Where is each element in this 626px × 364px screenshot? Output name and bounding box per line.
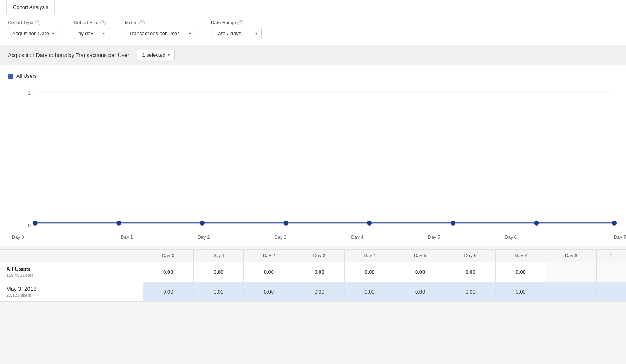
table-cell: 0.00 (193, 282, 244, 302)
table-col-day8: Day 8 (546, 250, 596, 262)
table-col-day3: Day 3 (294, 250, 345, 262)
table-cell: 0.00 (143, 282, 194, 302)
table-cell: 0.00 (344, 282, 395, 302)
x-label-0: Day 0 (12, 235, 88, 240)
cohort-analysis-tab[interactable]: Cohort Analysis (6, 0, 55, 14)
table-row-label: All Users119,455 users (0, 262, 143, 282)
table-cell: 0.00 (445, 262, 496, 282)
chart-point-1 (116, 221, 121, 226)
controls-bar: Cohort Type ? Acquisition Date ▾ Cohort … (0, 14, 626, 45)
chart-legend: All Users (8, 73, 618, 79)
legend-label: All Users (16, 73, 37, 79)
cohort-size-group: Cohort Size ? by day ▾ (74, 20, 109, 39)
x-axis-labels: Day 0 Day 1 Day 2 Day 3 Day 4 Day 5 Day … (0, 231, 626, 246)
cohort-size-dropdown[interactable]: by day ▾ (74, 28, 109, 39)
legend-color-swatch (8, 74, 13, 79)
tab-bar: Cohort Analysis (0, 0, 626, 14)
x-label-2: Day 2 (165, 235, 242, 240)
section-header: Acquisition Date cohorts by Transactions… (0, 45, 626, 65)
cohort-type-label: Cohort Type ? (8, 20, 58, 25)
cohort-type-chevron-icon: ▾ (52, 31, 54, 36)
date-range-help-icon[interactable]: ? (237, 20, 243, 25)
table-cell: 0.00 (496, 282, 546, 302)
chart-point-0 (33, 221, 38, 226)
table-col-day4: Day 4 (344, 250, 395, 262)
table-cell: 0.00 (496, 262, 546, 282)
table-col-day1: Day 1 (193, 250, 244, 262)
selected-chevron-icon: ▾ (168, 53, 170, 57)
chart-wrapper: 1 0 (20, 83, 618, 231)
section-divider (0, 246, 626, 249)
table-cell: 0.00 (244, 282, 294, 302)
chart-point-3 (284, 221, 288, 226)
cohort-type-group: Cohort Type ? Acquisition Date ▾ (8, 20, 58, 39)
table-cell: 0.00 (294, 282, 345, 302)
chart-point-5 (451, 221, 455, 226)
x-label-3: Day 3 (242, 235, 319, 240)
cohort-type-help-icon[interactable]: ? (35, 20, 40, 25)
cohort-size-help-icon[interactable]: ? (100, 20, 106, 25)
svg-text:0: 0 (28, 223, 31, 229)
table-cell: 0.00 (445, 282, 496, 302)
table-cell: 0.00 (395, 282, 445, 302)
table-col-day7: Day 7 (496, 250, 546, 262)
section-title: Acquisition Date cohorts by Transactions… (8, 52, 129, 58)
cohort-type-dropdown[interactable]: Acquisition Date ▾ (8, 28, 58, 39)
chart-svg: 1 0 (20, 83, 618, 231)
metric-dropdown[interactable]: Transactions per User ▾ (125, 28, 195, 39)
table-col-day5: Day 5 (395, 250, 445, 262)
table-col-day2: Day 2 (244, 250, 294, 262)
x-label-1: Day 1 (88, 235, 165, 240)
svg-text:1: 1 (28, 90, 31, 96)
date-range-group: Date Range ? Last 7 days ▾ (211, 20, 262, 39)
metric-help-icon[interactable]: ? (139, 20, 145, 25)
date-range-label: Date Range ? (211, 20, 262, 25)
chart-point-4 (367, 221, 372, 226)
table-col-day6: Day 6 (445, 250, 496, 262)
chart-point-7 (612, 221, 617, 226)
cohort-size-chevron-icon: ▾ (103, 31, 105, 36)
x-label-4: Day 4 (319, 235, 396, 240)
table-header-row: Day 0 Day 1 Day 2 Day 3 Day 4 Day 5 Day … (0, 250, 626, 262)
table-cell (596, 262, 626, 282)
table-cell (546, 282, 596, 302)
table-header-label (0, 250, 143, 262)
table-container: Day 0 Day 1 Day 2 Day 3 Day 4 Day 5 Day … (0, 249, 626, 302)
table-row: All Users119,455 users0.000.000.000.000.… (0, 262, 626, 282)
table-row: May 3, 201820,123 users0.000.000.000.000… (0, 282, 626, 302)
date-range-chevron-icon: ▾ (255, 31, 257, 36)
table-cell: 0.00 (294, 262, 345, 282)
x-label-5: Day 5 (396, 235, 472, 240)
table-cell (596, 282, 626, 302)
table-cell: 0.00 (244, 262, 294, 282)
chart-point-6 (534, 221, 539, 226)
x-label-6: Day 6 (473, 235, 549, 240)
x-label-7: Day 7 (549, 235, 626, 240)
table-cell: 0.00 (193, 262, 244, 282)
date-range-dropdown[interactable]: Last 7 days ▾ (211, 28, 262, 39)
metric-label: Metric ? (125, 20, 195, 25)
metric-group: Metric ? Transactions per User ▾ (125, 20, 195, 39)
metric-chevron-icon: ▾ (189, 31, 191, 36)
selected-dropdown[interactable]: 1 selected ▾ (137, 50, 174, 60)
chart-area: All Users 1 0 (0, 65, 626, 231)
table-cell: 0.00 (344, 262, 395, 282)
table-cell (546, 262, 596, 282)
table-cell: 0.00 (395, 262, 445, 282)
cohort-size-label: Cohort Size ? (74, 20, 109, 25)
table-col-day0: Day 0 (143, 250, 194, 262)
table-col-day-extra: D (596, 250, 626, 262)
chart-point-2 (200, 221, 205, 226)
table-cell: 0.00 (143, 262, 194, 282)
table-row-label: May 3, 201820,123 users (0, 282, 143, 302)
cohort-table: Day 0 Day 1 Day 2 Day 3 Day 4 Day 5 Day … (0, 249, 626, 302)
